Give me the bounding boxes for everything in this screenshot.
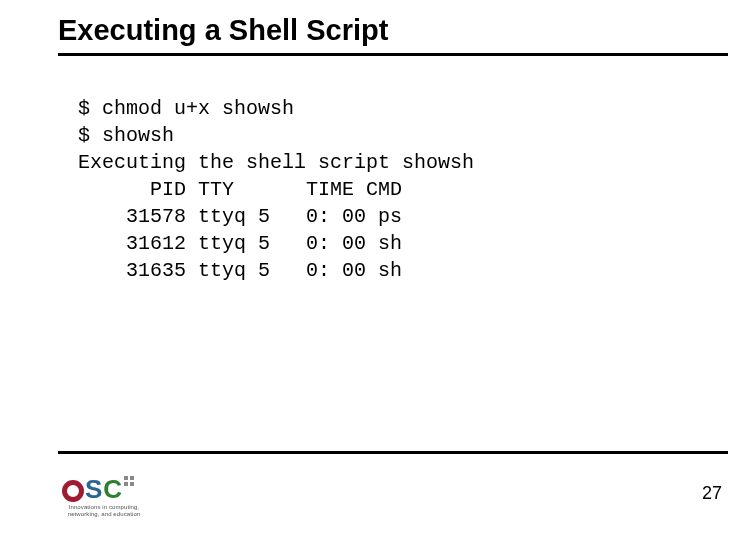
slide: Executing a Shell Script $ chmod u+x sho… xyxy=(0,0,756,540)
terminal-line: $ chmod u+x showsh xyxy=(78,97,294,120)
footer-divider xyxy=(58,451,728,454)
logo-c-letter: C xyxy=(103,476,122,502)
terminal-line: 31612 ttyq 5 0: 00 sh xyxy=(78,232,402,255)
terminal-line: 31578 ttyq 5 0: 00 ps xyxy=(78,205,402,228)
terminal-line: Executing the shell script showsh xyxy=(78,151,474,174)
logo-main: S C xyxy=(62,468,146,502)
terminal-line: 31635 ttyq 5 0: 00 sh xyxy=(78,259,402,282)
page-number: 27 xyxy=(702,483,722,504)
slide-title: Executing a Shell Script xyxy=(58,14,728,56)
terminal-block: $ chmod u+x showsh $ showsh Executing th… xyxy=(58,68,728,311)
osc-logo: S C Innovations in computing, networking… xyxy=(62,468,146,516)
terminal-line: PID TTY TIME CMD xyxy=(78,178,402,201)
logo-s-letter: S xyxy=(85,476,102,502)
logo-dots-icon xyxy=(124,476,134,486)
logo-o-icon xyxy=(62,480,84,502)
terminal-line: $ showsh xyxy=(78,124,174,147)
logo-tagline: Innovations in computing, networking, an… xyxy=(62,504,146,518)
